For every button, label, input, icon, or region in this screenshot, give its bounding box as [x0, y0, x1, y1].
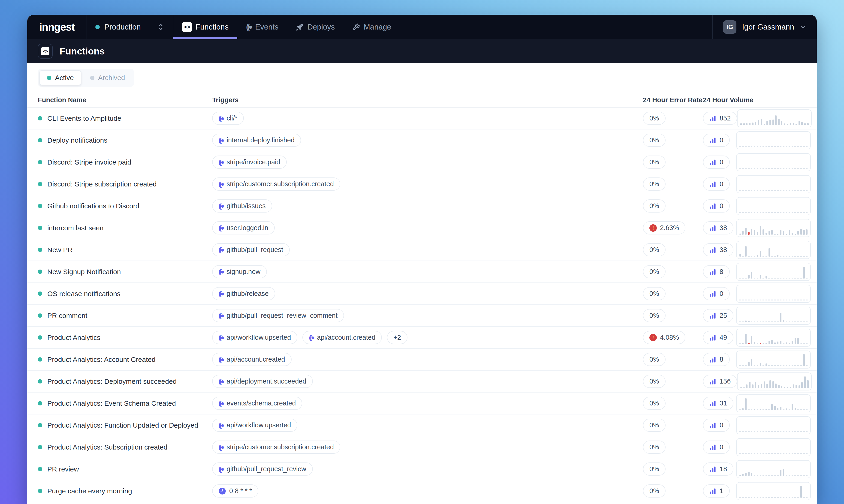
sparkline-slot [804, 112, 806, 125]
bar-chart-icon [710, 224, 716, 232]
error-rate-cell: 0% [643, 484, 703, 498]
sparkline-bar [801, 229, 802, 234]
table-row[interactable]: OS release notifications ((●github/relea… [27, 283, 817, 305]
error-rate-value: 0% [649, 180, 659, 188]
function-status-dot [38, 204, 42, 208]
tab-functions[interactable]: <>Functions [173, 15, 237, 39]
filter-active-button[interactable]: Active [39, 70, 81, 85]
sparkline-slot [774, 353, 776, 366]
sparkline-zero-dash [783, 365, 785, 366]
bar-chart-icon [710, 268, 716, 275]
sparkline-bar [781, 385, 783, 388]
sparkline-slot [780, 353, 782, 366]
col-volume: 24 Hour Volume [703, 96, 811, 104]
sparkline-zero-dash [762, 212, 764, 213]
tab-events[interactable]: ((●Events [237, 15, 287, 39]
table-row[interactable]: Product Analytics: Event Schema Created … [27, 393, 817, 414]
sparkline-slot [794, 419, 796, 432]
workspace-selector[interactable]: Production [87, 15, 173, 39]
table-row[interactable]: Product Analytics: Function Updated or D… [27, 414, 817, 436]
sparkline-zero-dash [768, 497, 770, 498]
sparkline-zero-dash [794, 146, 796, 147]
sparkline-bar [769, 231, 770, 235]
event-wave-icon: ((● [219, 246, 223, 254]
sparkline-bar [748, 275, 749, 278]
sparkline-slot [780, 287, 782, 301]
sparkline-zero-dash [774, 431, 776, 432]
sparkline-bar [766, 276, 767, 278]
sparkline-slot [771, 178, 773, 191]
table-row[interactable]: PR review ((●github/pull_request_review … [27, 458, 817, 480]
tab-manage[interactable]: Manage [343, 15, 400, 39]
trigger-badge: ((●api/account.created [302, 331, 382, 344]
table-row[interactable]: Product Analytics: Subscription created … [27, 436, 817, 458]
tab-deploys[interactable]: Deploys [287, 15, 343, 39]
rocket-icon [296, 23, 304, 31]
sparkline-zero-dash [768, 453, 770, 454]
triggers-cell: ((●stripe/invoice.paid [212, 156, 643, 169]
function-name: Product Analytics: Account Created [47, 356, 156, 363]
table-row[interactable]: Reset password email and reminder ((●pas… [27, 502, 817, 504]
volume-sparkline [736, 416, 811, 434]
sparkline-zero-dash [742, 300, 744, 301]
table-row[interactable]: New PR ((●github/pull_request 0% 38 [27, 239, 817, 261]
sparkline-slot [765, 485, 767, 498]
sparkline-slot [748, 419, 750, 432]
sparkline-slot [774, 156, 776, 169]
sparkline-bar [777, 255, 778, 257]
error-rate-value: 0% [649, 421, 659, 429]
page-title: Functions [59, 46, 105, 57]
table-row[interactable]: Github notifications to Discord ((●githu… [27, 195, 817, 217]
sparkline-zero-dash [748, 168, 750, 169]
inngest-logo[interactable]: inngest [27, 15, 87, 39]
table-row[interactable]: Product Analytics: Deployment succeeded … [27, 371, 817, 393]
trigger-badge: ((●api/workflow.upserted [212, 331, 297, 344]
filter-archived-button[interactable]: Archived [83, 70, 132, 85]
table-row[interactable]: PR comment ((●github/pull_request_review… [27, 305, 817, 327]
sparkline-zero-dash [748, 431, 750, 432]
function-status-dot [38, 401, 42, 406]
sparkline-slot [803, 463, 805, 476]
table-row[interactable]: Discord: Stripe subscription created ((●… [27, 173, 817, 195]
table-row[interactable]: Discord: Stripe invoice paid ((●stripe/i… [27, 151, 817, 173]
clock-icon [219, 487, 226, 495]
sparkline-bar [749, 123, 751, 125]
sparkline-slot [765, 287, 767, 301]
sparkline-slot [768, 265, 770, 278]
user-menu[interactable]: IG Igor Gassmann [713, 15, 817, 39]
sparkline-bar [769, 248, 770, 256]
app-window: inngest Production <>Functions((●EventsD… [27, 15, 817, 504]
sparkline-zero-dash [806, 190, 808, 191]
sparkline-slot [794, 485, 796, 498]
sparkline-zero-dash [803, 497, 805, 498]
sparkline-zero-dash [768, 300, 770, 301]
sparkline-zero-dash [754, 497, 755, 498]
event-wave-icon: ((● [219, 115, 223, 122]
table-row[interactable]: Product Analytics: Account Created ((●ap… [27, 349, 817, 371]
table-row[interactable]: CLI Events to Amplitude ((●cli/* 0% 852 [27, 108, 817, 129]
sparkline-zero-dash [754, 256, 755, 257]
sparkline-zero-dash [762, 277, 764, 278]
avatar: IG [723, 20, 736, 34]
sparkline-slot [754, 419, 756, 432]
sparkline-slot [762, 331, 765, 344]
sparkline-slot [806, 200, 808, 213]
sparkline-slot [789, 463, 790, 476]
sparkline-bar [786, 342, 787, 344]
sparkline-zero-dash [806, 212, 808, 213]
sparkline-slot [749, 112, 751, 125]
sparkline-zero-dash [792, 168, 793, 169]
sparkline-slot [804, 375, 806, 388]
table-row[interactable]: Deploy notifications ((●internal.deploy.… [27, 129, 817, 151]
sparkline-slot [803, 441, 805, 454]
table-row[interactable]: intercom last seen ((●user.logged.in !2.… [27, 217, 817, 239]
sparkline-bar [783, 320, 784, 322]
table-row[interactable]: New Signup Notification ((●signup.new 0%… [27, 261, 817, 283]
sparkline-slot [798, 375, 800, 388]
sparkline-zero-dash [797, 300, 799, 301]
sparkline-slot [803, 156, 805, 169]
table-row[interactable]: Product Analytics ((●api/workflow.upsert… [27, 327, 817, 349]
sparkline-slot [748, 221, 750, 235]
volume-cell: 0 [703, 175, 811, 193]
table-row[interactable]: Purge cache every morning 0 8 * * * 0% 1 [27, 480, 817, 502]
